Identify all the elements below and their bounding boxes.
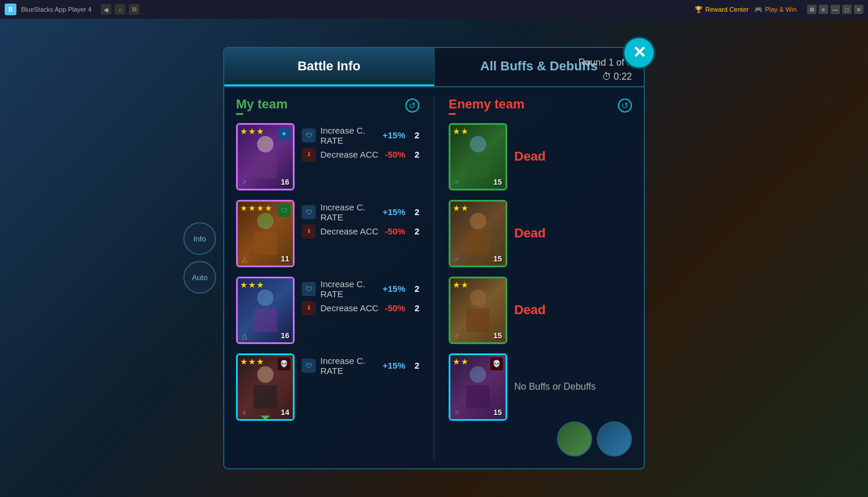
my-team-header: My team ↺ bbox=[236, 97, 419, 117]
champ-figure bbox=[460, 290, 495, 333]
home-icon[interactable]: ⌂ bbox=[115, 4, 125, 15]
bottom-char-2 bbox=[597, 421, 632, 457]
gender-icon: ♀ bbox=[240, 409, 248, 417]
play-win[interactable]: 🎮 Play & Win bbox=[754, 6, 797, 13]
enemy-champ-row-2: ★ ★ ♂ 15 Dead bbox=[449, 200, 632, 267]
buff-name: Increase C. RATE bbox=[320, 279, 378, 299]
buff-name: Increase C. RATE bbox=[320, 356, 378, 376]
maximize-icon[interactable]: □ bbox=[842, 5, 852, 14]
buff-name: Decrease ACC bbox=[320, 149, 380, 159]
buff-name: Decrease ACC bbox=[320, 226, 380, 236]
champ-level: 15 bbox=[494, 178, 502, 186]
buff-row: ⬇ Decrease ACC -50% 2 bbox=[302, 224, 419, 239]
buff-count: 2 bbox=[410, 149, 419, 159]
champ-figure bbox=[248, 136, 283, 180]
champ-stars: ★ ★ ★ bbox=[240, 127, 264, 135]
enemy-team-header: Enemy team ↺ bbox=[449, 97, 632, 117]
close-icon: ✕ bbox=[633, 45, 646, 61]
buff-count: 2 bbox=[410, 303, 419, 313]
bs-right-area: 🏆 Reward Center 🎮 Play & Win ⚙ ≡ — □ ✕ bbox=[695, 5, 863, 14]
champ-stars: ★ ★ bbox=[453, 127, 469, 135]
close-window-icon[interactable]: ✕ bbox=[854, 5, 863, 14]
minimize-icon[interactable]: — bbox=[831, 5, 840, 14]
champ-figure bbox=[248, 290, 283, 333]
enemy-team-underline bbox=[449, 113, 456, 115]
menu-icon[interactable]: ≡ bbox=[819, 5, 828, 14]
buff-value: +15% bbox=[382, 360, 405, 370]
enemy-team-refresh-icon[interactable]: ↺ bbox=[618, 98, 632, 113]
champ-stars: ★ ★ bbox=[453, 204, 469, 212]
buff-value: +15% bbox=[382, 130, 405, 140]
settings-icon[interactable]: ⚙ bbox=[807, 5, 816, 14]
gender-icon: ♂ bbox=[453, 409, 461, 417]
champ-figure bbox=[248, 366, 283, 410]
gender-icon: △ bbox=[240, 255, 248, 263]
champ-figure bbox=[460, 366, 495, 410]
tab-battle-info[interactable]: Battle Info bbox=[224, 48, 434, 86]
my-team-refresh-icon[interactable]: ↺ bbox=[405, 98, 419, 113]
buff-count: 2 bbox=[410, 284, 419, 294]
champ-stars: ★ ★ ★ bbox=[240, 358, 264, 366]
timer-indicator: ⏱ 0:22 bbox=[602, 72, 632, 82]
panel-divider bbox=[433, 97, 435, 459]
my-champ-card-3: ★ ★ ★ △ 16 bbox=[236, 277, 295, 344]
champ-badge-skull: 💀 bbox=[490, 358, 503, 370]
champ-figure bbox=[460, 136, 495, 180]
buff-row: 🛡 Increase C. RATE +15% 2 bbox=[302, 356, 419, 376]
debuff-icon-acc: ⬇ bbox=[302, 301, 316, 315]
champ-level: 15 bbox=[494, 331, 502, 340]
bluestacks-logo: B bbox=[5, 4, 16, 15]
gender-icon: ♂ bbox=[453, 178, 461, 186]
close-button[interactable]: ✕ bbox=[623, 36, 655, 69]
enemy-champ-card-4: ★ ★ 💀 ♂ 15 bbox=[449, 353, 507, 421]
champ-level: 14 bbox=[281, 408, 289, 417]
reward-center[interactable]: 🏆 Reward Center bbox=[695, 6, 749, 13]
champ-level: 11 bbox=[281, 254, 289, 263]
debuff-icon-acc: ⬇ bbox=[302, 224, 316, 239]
buff-count: 2 bbox=[410, 130, 419, 140]
buffs-list-4: 🛡 Increase C. RATE +15% 2 bbox=[302, 353, 419, 376]
back-icon[interactable]: ◀ bbox=[101, 4, 111, 15]
champ-badge-heart: ♥ bbox=[278, 127, 291, 140]
no-buffs-status-4: No Buffs or Debuffs bbox=[507, 382, 596, 392]
buffs-list-1: 🛡 Increase C. RATE +15% 2 ⬇ Decrease ACC… bbox=[302, 123, 419, 162]
enemy-champ-card-2: ★ ★ ♂ 15 bbox=[449, 200, 507, 267]
buff-value: +15% bbox=[382, 207, 405, 217]
window-controls: ⚙ ≡ — □ ✕ bbox=[807, 5, 863, 14]
side-buttons: Info Auto bbox=[183, 222, 216, 294]
buff-row: 🛡 Increase C. RATE +15% 2 bbox=[302, 202, 419, 222]
buff-count: 2 bbox=[410, 207, 419, 217]
champ-figure bbox=[248, 213, 283, 257]
gender-icon: ♂ bbox=[453, 255, 461, 263]
buff-row: ⬇ Decrease ACC -50% 2 bbox=[302, 301, 419, 315]
debuff-icon-acc: ⬇ bbox=[302, 148, 316, 162]
buff-value: -50% bbox=[385, 149, 405, 159]
info-button[interactable]: Info bbox=[183, 222, 216, 255]
battle-info-modal: Info Auto ✕ Battle Info All Buffs & Debu… bbox=[223, 47, 645, 469]
content-area: My team ↺ bbox=[224, 87, 644, 468]
dead-status-1: Dead bbox=[507, 149, 546, 164]
champ-stars: ★ ★ bbox=[453, 281, 469, 289]
my-champ-card-1: ★ ★ ★ ♥ ♂ 16 bbox=[236, 123, 295, 190]
buff-row: 🛡 Increase C. RATE +15% 2 bbox=[302, 279, 419, 299]
tab-icon[interactable]: ⧉ bbox=[129, 4, 139, 15]
buff-row: 🛡 Increase C. RATE +15% 2 bbox=[302, 125, 419, 145]
active-indicator bbox=[261, 416, 270, 420]
reward-icon: 🏆 bbox=[695, 6, 703, 13]
bluestacks-bar: B BlueStacks App Player 4 ◀ ⌂ ⧉ 🏆 Reward… bbox=[0, 0, 868, 19]
my-champ-row-4: ★ ★ ★ 💀 ♀ 14 🛡 In bbox=[236, 353, 419, 421]
enemy-champ-row-1: ★ ★ ♂ 15 Dead bbox=[449, 123, 632, 190]
bottom-chars bbox=[557, 421, 632, 457]
buff-value: -50% bbox=[385, 226, 405, 236]
bs-nav-icons: ◀ ⌂ ⧉ bbox=[101, 4, 139, 15]
champ-stars: ★ ★ bbox=[453, 358, 469, 366]
buff-icon-crit: 🛡 bbox=[302, 359, 316, 373]
my-champ-card-2: ★ ★ ★ ★ 🛡 △ 11 bbox=[236, 200, 295, 267]
enemy-champ-card-3: ★ ★ ♂ 15 bbox=[449, 277, 507, 344]
buffs-list-3: 🛡 Increase C. RATE +15% 2 ⬇ Decrease ACC… bbox=[302, 277, 419, 315]
auto-button[interactable]: Auto bbox=[183, 261, 216, 294]
buffs-list-2: 🛡 Increase C. RATE +15% 2 ⬇ Decrease ACC… bbox=[302, 200, 419, 239]
my-team-underline bbox=[236, 113, 243, 115]
my-champ-row-2: ★ ★ ★ ★ 🛡 △ 11 🛡 bbox=[236, 200, 419, 267]
buff-count: 2 bbox=[410, 360, 419, 370]
